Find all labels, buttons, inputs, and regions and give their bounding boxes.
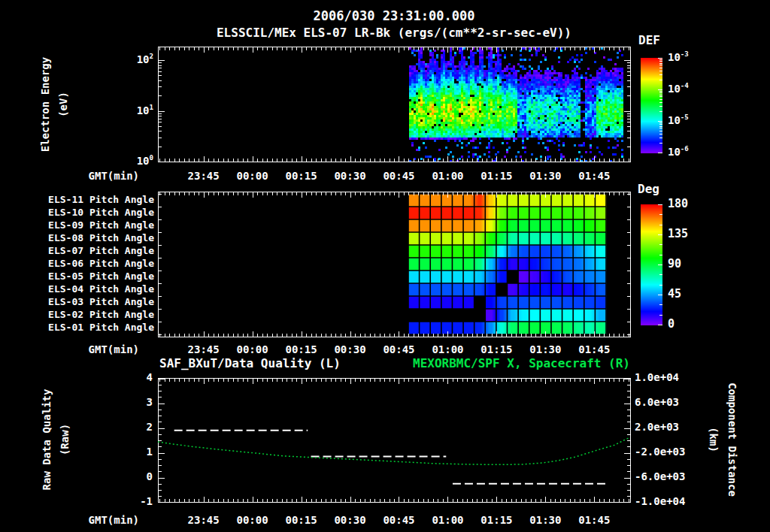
quality-tick-3: 3 xyxy=(117,396,153,408)
gmt-axis-label-middle: GMT(min) xyxy=(70,343,139,355)
distance-tick-6.0e+03: 6.0e+03 xyxy=(635,396,679,408)
time-tick-top-00:45: 00:45 xyxy=(376,170,421,182)
pitch-row-label-4: ELS-04 Pitch Angle xyxy=(41,284,154,295)
quality-tick-2: 2 xyxy=(117,421,153,433)
time-tick-middle-00:30: 00:30 xyxy=(328,343,373,355)
def-tick-10e-4: 10-4 xyxy=(668,82,689,95)
def-tick-10e-5: 10-5 xyxy=(668,113,689,126)
plot-window: 2006/030 23:31:00.000 ELSSCIL/MEx ELS-07… xyxy=(0,0,770,532)
pitch-row-label-3: ELS-03 Pitch Angle xyxy=(41,297,154,308)
time-tick-middle-23:45: 23:45 xyxy=(181,343,226,355)
def-tick-10e-3: 10-3 xyxy=(668,50,689,63)
distance-tick--1.0e+04: -1.0e+04 xyxy=(635,495,685,507)
electron-energy-spectrogram xyxy=(158,47,631,162)
time-tick-bottom-01:00: 01:00 xyxy=(425,514,470,526)
time-tick-bottom-00:00: 00:00 xyxy=(230,514,275,526)
deg-colorbar-label: Deg xyxy=(638,183,659,196)
time-tick-middle-01:00: 01:00 xyxy=(425,343,470,355)
pitch-row-label-1: ELS-01 Pitch Angle xyxy=(41,322,154,334)
energy-tick-10e0: 100 xyxy=(110,154,153,167)
pitch-row-label-11: ELS-11 Pitch Angle xyxy=(41,195,154,206)
quality-tick-4: 4 xyxy=(117,371,153,383)
time-tick-middle-01:30: 01:30 xyxy=(523,343,568,355)
deg-tick-90: 90 xyxy=(668,258,681,271)
gmt-axis-label-bottom: GMT(min) xyxy=(70,514,139,526)
def-colorbar-label: DEF xyxy=(638,34,660,47)
pitch-row-label-5: ELS-05 Pitch Angle xyxy=(41,271,154,283)
time-tick-bottom-23:45: 23:45 xyxy=(181,514,226,526)
distance-tick-2.0e+03: 2.0e+03 xyxy=(635,421,679,433)
time-tick-top-00:30: 00:30 xyxy=(328,170,373,182)
pitch-row-label-8: ELS-08 Pitch Angle xyxy=(41,233,154,244)
quality-distance-plot xyxy=(158,378,631,503)
quality-axis-units: (Raw) xyxy=(59,424,71,455)
time-tick-bottom-01:30: 01:30 xyxy=(523,514,568,526)
quality-axis-label: Raw Data Quality xyxy=(41,389,53,491)
distance-axis-label: Component Distance xyxy=(726,382,738,497)
time-tick-middle-00:15: 00:15 xyxy=(279,343,324,355)
quality-tick-1: 1 xyxy=(117,446,153,458)
time-tick-middle-00:00: 00:00 xyxy=(230,343,275,355)
spacecraft-series-title: MEXORBMC/SPF X, Spacecraft (R) xyxy=(361,357,630,370)
deg-tick-45: 45 xyxy=(668,288,681,301)
time-tick-middle-00:45: 00:45 xyxy=(376,343,421,355)
quality-series-title: SAF_BXuT/Data Quality (L) xyxy=(159,357,341,370)
time-tick-bottom-00:30: 00:30 xyxy=(328,514,373,526)
deg-tick-0: 0 xyxy=(668,318,675,331)
distance-axis-units: (km) xyxy=(708,427,720,452)
time-tick-middle-01:15: 01:15 xyxy=(474,343,519,355)
pitch-row-label-2: ELS-02 Pitch Angle xyxy=(41,310,154,321)
def-colorbar xyxy=(641,58,662,153)
time-tick-top-01:45: 01:45 xyxy=(571,170,617,182)
gmt-axis-label-top: GMT(min) xyxy=(70,170,139,182)
time-tick-top-01:30: 01:30 xyxy=(523,170,568,182)
pitch-row-label-6: ELS-06 Pitch Angle xyxy=(41,258,154,270)
time-tick-middle-01:45: 01:45 xyxy=(571,343,617,355)
time-tick-top-00:15: 00:15 xyxy=(279,170,324,182)
distance-tick-1.0e+04: 1.0e+04 xyxy=(635,371,679,383)
time-tick-top-01:15: 01:15 xyxy=(474,170,519,182)
deg-colorbar xyxy=(641,204,662,325)
quality-tick--1: -1 xyxy=(117,495,153,507)
def-tick-10e-6: 10-6 xyxy=(668,145,689,158)
quality-tick-0: 0 xyxy=(117,470,153,482)
timestamp-title: 2006/030 23:31:00.000 xyxy=(158,9,630,24)
spectrogram-title: ELSSCIL/MEx ELS-07 LR-Bk (ergs/(cm**2-sr… xyxy=(83,26,705,40)
time-tick-top-00:00: 00:00 xyxy=(230,170,275,182)
pitch-angle-grid xyxy=(158,192,631,337)
deg-tick-135: 135 xyxy=(668,228,688,240)
time-tick-bottom-00:45: 00:45 xyxy=(376,514,421,526)
energy-tick-10e1: 101 xyxy=(110,104,153,116)
time-tick-bottom-00:15: 00:15 xyxy=(279,514,324,526)
pitch-row-label-7: ELS-07 Pitch Angle xyxy=(41,246,154,257)
time-tick-top-23:45: 23:45 xyxy=(181,170,226,182)
pitch-row-label-10: ELS-10 Pitch Angle xyxy=(41,207,154,219)
deg-tick-180: 180 xyxy=(668,198,688,210)
energy-axis-label: Electron Energy xyxy=(39,57,51,152)
time-tick-bottom-01:15: 01:15 xyxy=(474,514,519,526)
time-tick-bottom-01:45: 01:45 xyxy=(571,514,617,526)
pitch-row-label-9: ELS-09 Pitch Angle xyxy=(41,220,154,231)
energy-tick-10e2: 102 xyxy=(110,53,153,65)
distance-tick--2.0e+03: -2.0e+03 xyxy=(635,446,685,458)
energy-axis-units: (eV) xyxy=(57,92,69,117)
distance-tick--6.0e+03: -6.0e+03 xyxy=(635,470,685,482)
time-tick-top-01:00: 01:00 xyxy=(425,170,470,182)
